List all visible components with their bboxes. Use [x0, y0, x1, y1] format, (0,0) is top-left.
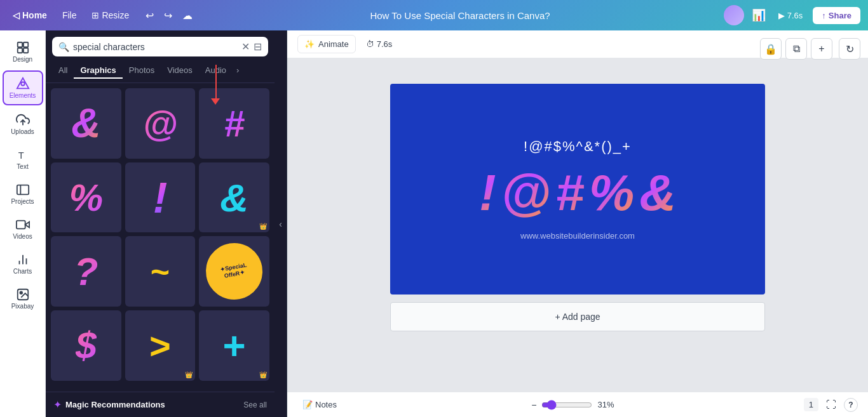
svg-rect-8: [17, 185, 28, 195]
icon-sidebar: Design Elements Uploads T Text Projects …: [0, 30, 46, 417]
sidebar-item-pixabay[interactable]: Pixabay: [3, 282, 43, 315]
undo-redo-group: ↩ ↪ ☁: [142, 7, 196, 24]
svg-point-15: [20, 291, 22, 294]
bottom-center: − 31%: [531, 400, 614, 410]
tab-more[interactable]: ›: [233, 63, 243, 79]
list-item[interactable]: %: [51, 162, 121, 233]
slide-symbols: ! @ # % &: [479, 168, 676, 218]
undo-button[interactable]: ↩: [142, 7, 158, 24]
copy-button[interactable]: ⧉: [785, 38, 807, 60]
slide-url: www.websitebuilderinsider.com: [520, 231, 635, 241]
zoom-out-icon[interactable]: −: [531, 400, 536, 410]
svg-rect-3: [23, 48, 27, 53]
time-display: ⏱ 7.6s: [366, 39, 393, 49]
tab-videos[interactable]: Videos: [161, 63, 199, 79]
svg-text:T: T: [18, 150, 24, 161]
save-button[interactable]: ☁: [179, 7, 196, 24]
help-button[interactable]: ?: [844, 398, 858, 412]
list-item[interactable]: + 👑: [199, 310, 269, 381]
sidebar-item-text[interactable]: T Text: [3, 143, 43, 175]
list-item[interactable]: ~: [125, 236, 196, 307]
list-item[interactable]: & 👑: [199, 162, 269, 233]
list-item[interactable]: #: [199, 88, 269, 159]
filter-button[interactable]: ⊟: [254, 41, 262, 53]
notes-icon: 📝: [302, 400, 313, 409]
canvas-slide[interactable]: !@#$%^&*()_+ ! @ # % & www.websitebuilde…: [390, 84, 765, 295]
nav-right-group: 📊 ▶ 7.6s ↑ Share: [724, 5, 860, 25]
clear-search-button[interactable]: ✕: [241, 41, 250, 53]
magic-left: ✦ Magic Recommendations: [53, 399, 165, 411]
svg-rect-10: [16, 221, 25, 229]
canvas-area: ✨ Animate ⏱ 7.6s 🔒 ⧉ + ↻ !@#$%^&*()_+ ! …: [287, 30, 868, 417]
search-input[interactable]: [73, 42, 238, 52]
lock-button[interactable]: 🔒: [760, 38, 782, 60]
main-area: Design Elements Uploads T Text Projects …: [0, 30, 868, 417]
redo-button[interactable]: ↪: [160, 7, 176, 24]
sidebar-item-uploads[interactable]: Uploads: [3, 108, 43, 140]
user-avatar[interactable]: [724, 5, 744, 25]
list-item[interactable]: ✦SpeciaLOffeR✦: [199, 236, 269, 307]
slide-symbol-ampersand: &: [639, 168, 676, 218]
animate-icon: ✨: [304, 39, 315, 49]
time-icon: ⏱: [366, 39, 374, 49]
refresh-button[interactable]: ↻: [839, 38, 860, 60]
magic-recommendations-bar: ✦ Magic Recommendations See all: [46, 392, 275, 417]
svg-point-5: [21, 82, 25, 86]
home-nav-button[interactable]: ◁ Home: [8, 8, 52, 23]
slide-symbol-exclaim: !: [479, 168, 496, 218]
tab-graphics[interactable]: Graphics: [74, 63, 122, 79]
preview-button[interactable]: ▶ 7.6s: [773, 8, 808, 23]
page-counter: 1: [804, 398, 818, 411]
svg-rect-2: [17, 48, 22, 53]
hide-panel-button[interactable]: ‹: [275, 30, 287, 417]
arrow-head: [211, 98, 220, 105]
file-nav-button[interactable]: File: [57, 8, 82, 23]
search-panel: 🔍 ✕ ⊟ All Graphics Photos Videos Audio ›…: [46, 30, 275, 417]
sidebar-item-elements[interactable]: Elements: [3, 70, 43, 105]
slide-symbol-hash: #: [556, 168, 585, 218]
svg-marker-4: [17, 78, 28, 88]
search-bar: 🔍 ✕ ⊟: [52, 37, 268, 56]
fullscreen-button[interactable]: ⛶: [824, 397, 839, 413]
list-item[interactable]: ?: [51, 236, 121, 307]
canvas-content: !@#$%^&*()_+ ! @ # % & www.websitebuilde…: [287, 58, 868, 392]
list-item[interactable]: !: [125, 162, 196, 233]
sidebar-item-charts[interactable]: Charts: [3, 248, 43, 280]
list-item[interactable]: > 👑: [125, 310, 196, 381]
list-item[interactable]: @: [125, 88, 196, 159]
svg-rect-0: [17, 43, 22, 47]
magic-icon: ✦: [53, 399, 62, 411]
top-navbar: ◁ Home File ⊞ Resize ↩ ↪ ☁ How To Use Sp…: [0, 0, 868, 30]
document-title: How To Use Special Characters in Canva?: [201, 10, 719, 21]
animate-button[interactable]: ✨ Animate: [297, 35, 356, 53]
bottom-bar: 📝 Notes − 31% 1 ⛶ ?: [287, 392, 868, 417]
resize-nav-button[interactable]: ⊞ Resize: [86, 8, 134, 23]
magic-recommendations-label: Magic Recommendations: [65, 400, 165, 409]
filter-tabs: All Graphics Photos Videos Audio ›: [46, 63, 275, 83]
bottom-left: 📝 Notes: [297, 397, 342, 412]
slide-symbol-percent: %: [589, 168, 634, 218]
svg-marker-9: [25, 222, 29, 227]
search-icon: 🔍: [58, 42, 69, 52]
svg-rect-1: [23, 43, 27, 47]
canvas-toolbar: 🔒 ⧉ + ↻: [760, 38, 860, 60]
sidebar-item-videos[interactable]: Videos: [3, 213, 43, 245]
tab-photos[interactable]: Photos: [123, 63, 161, 79]
arrow-indicator: [215, 65, 217, 100]
slide-symbol-at: @: [501, 168, 551, 218]
tab-all[interactable]: All: [52, 63, 74, 79]
list-item[interactable]: $: [51, 310, 121, 381]
sidebar-item-projects[interactable]: Projects: [3, 178, 43, 210]
more-options-button[interactable]: +: [811, 38, 832, 60]
list-item[interactable]: &: [51, 88, 121, 159]
zoom-slider[interactable]: [541, 400, 592, 410]
zoom-level: 31%: [597, 400, 614, 409]
sidebar-item-design[interactable]: Design: [3, 36, 43, 68]
add-page-button[interactable]: + Add page: [390, 302, 765, 331]
share-button[interactable]: ↑ Share: [813, 7, 860, 24]
see-all-button[interactable]: See all: [243, 400, 267, 409]
bottom-right: 1 ⛶ ?: [804, 397, 858, 413]
notes-button[interactable]: 📝 Notes: [297, 397, 342, 412]
analytics-icon[interactable]: 📊: [749, 6, 768, 25]
results-grid: & @ # % ! & 👑 ? ~: [46, 83, 275, 392]
